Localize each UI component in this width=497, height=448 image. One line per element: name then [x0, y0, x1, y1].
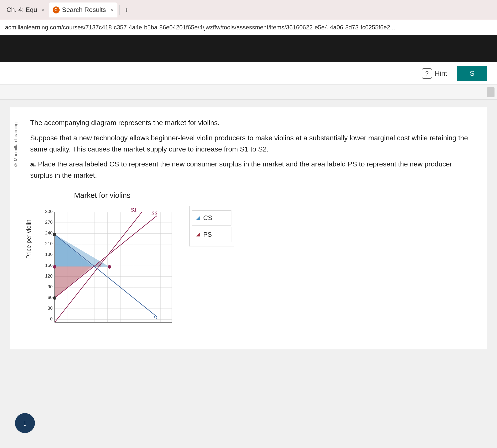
question-text2: Suppose that a new technology allows beg…	[25, 133, 472, 155]
s2-label: S2	[151, 211, 157, 216]
svg-text:270: 270	[45, 220, 53, 225]
tab-ch4[interactable]: Ch. 4: Equ ×	[2, 2, 49, 17]
chart-container: Market for violins Price per violin	[25, 191, 472, 334]
dot-d-intercept	[53, 233, 56, 236]
svg-text:0: 0	[50, 316, 53, 321]
address-bar: acmillanlearning.com/courses/7137c418-c3…	[0, 20, 497, 35]
hint-button[interactable]: ? Hint	[417, 65, 452, 82]
question-bold: a.	[30, 160, 36, 168]
chart-area: 300 270 240 210 180 150 120 90 60 30 0	[35, 205, 179, 334]
dot-price150-yaxis	[53, 265, 56, 269]
hint-icon: ?	[422, 68, 432, 79]
chart-title: Market for violins	[74, 191, 131, 200]
legend-panel: CS PS	[189, 206, 234, 246]
tab-separator	[119, 5, 120, 15]
dot-s1-d-intersection	[108, 265, 111, 269]
tab2-close[interactable]: ×	[110, 7, 113, 13]
legend-ps-item[interactable]: PS	[192, 227, 231, 242]
scroll-down-icon: ↓	[23, 418, 27, 428]
svg-text:150: 150	[45, 263, 53, 268]
question-text3: a. Place the area labeled CS to represen…	[25, 159, 472, 181]
tab1-close[interactable]: ×	[42, 7, 45, 13]
svg-text:210: 210	[45, 241, 53, 246]
svg-text:120: 120	[45, 274, 53, 279]
svg-text:90: 90	[48, 284, 53, 289]
toolbar: ? Hint S	[0, 62, 497, 85]
legend-cs-item[interactable]: CS	[192, 210, 231, 225]
scrollbar-area	[0, 85, 497, 100]
cs-label: CS	[203, 214, 212, 222]
svg-text:60: 60	[48, 295, 53, 300]
scroll-down-button[interactable]: ↓	[15, 413, 35, 433]
app-header	[0, 35, 497, 62]
y-axis-label: Price per violin	[25, 220, 32, 259]
chart-svg: 300 270 240 210 180 150 120 90 60 30 0	[35, 205, 179, 334]
svg-text:30: 30	[48, 306, 53, 311]
tab2-favicon: C	[53, 6, 60, 13]
tab-search-results[interactable]: C Search Results ×	[49, 2, 117, 17]
svg-text:300: 300	[45, 209, 53, 214]
tab2-label: Search Results	[62, 6, 106, 14]
ps-label: PS	[203, 231, 212, 238]
cs-icon	[196, 216, 200, 220]
ps-icon	[196, 232, 200, 236]
new-tab-button[interactable]: +	[124, 6, 128, 14]
hint-label: Hint	[435, 70, 447, 77]
dot-s2-intercept	[53, 296, 56, 300]
tab1-label: Ch. 4: Equ	[6, 6, 37, 14]
chart-wrapper: Market for violins Price per violin	[25, 191, 179, 334]
s1-label: S1	[131, 207, 137, 213]
question-text3-rest: Place the area labeled CS to represent t…	[30, 160, 452, 179]
submit-button[interactable]: S	[457, 66, 487, 81]
question-text1: The accompanying diagram represents the …	[25, 117, 472, 129]
d-label: D	[154, 315, 157, 320]
scrollbar-thumb[interactable]	[487, 87, 495, 97]
address-text[interactable]: acmillanlearning.com/courses/7137c418-c3…	[5, 24, 492, 31]
chart-inner: Price per violin	[25, 205, 179, 334]
main-content: © Macmillan Learning The accompanying di…	[10, 107, 487, 349]
svg-text:180: 180	[45, 252, 53, 257]
svg-text:240: 240	[45, 230, 53, 235]
copyright-watermark: © Macmillan Learning	[13, 122, 18, 167]
browser-tabs: Ch. 4: Equ × C Search Results × +	[0, 0, 497, 20]
